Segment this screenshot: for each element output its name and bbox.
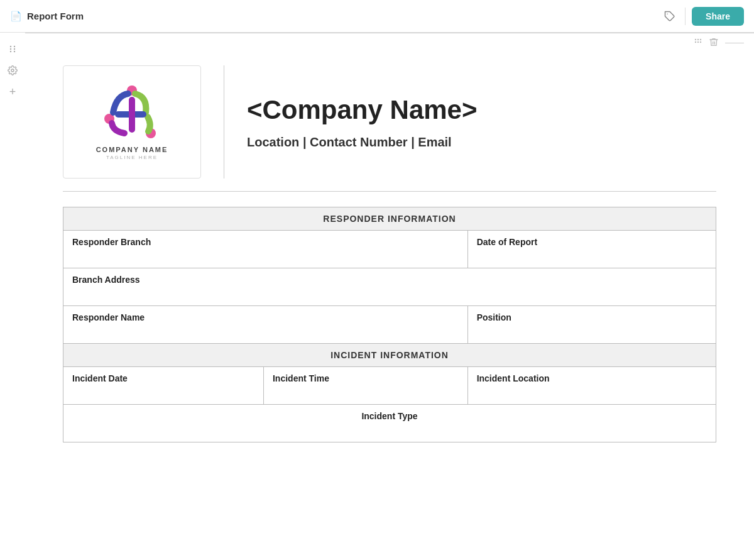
main-area: +	[0, 33, 754, 468]
svg-point-10	[700, 39, 701, 40]
report-table: RESPONDER INFORMATION Responder Branch D…	[63, 207, 716, 442]
svg-point-8	[695, 39, 696, 40]
incident-type-label: Incident Type	[361, 411, 417, 421]
svg-point-5	[10, 51, 11, 52]
logo-tagline: TAGLINE HERE	[106, 155, 158, 160]
top-rule-short	[725, 43, 744, 43]
logo-company-name: COMPANY NAME	[96, 146, 168, 153]
date-of-report-label: Date of Report	[477, 237, 537, 247]
header-divider	[224, 65, 224, 178]
responder-branch-cell: Responder Branch	[63, 231, 468, 268]
tag-icon[interactable]	[661, 8, 679, 25]
svg-point-12	[697, 41, 699, 43]
add-icon[interactable]: +	[6, 85, 19, 98]
section-header-incident: INCIDENT INFORMATION	[63, 344, 716, 367]
svg-point-11	[695, 41, 696, 43]
share-button[interactable]: Share	[692, 7, 744, 26]
responder-branch-label: Responder Branch	[72, 237, 151, 247]
responder-name-cell: Responder Name	[63, 306, 468, 344]
table-row: Incident Type	[63, 405, 716, 442]
doc-icon: 📄	[10, 11, 22, 22]
position-label: Position	[477, 312, 511, 322]
grid-icon[interactable]	[694, 38, 702, 48]
branch-address-label: Branch Address	[72, 275, 140, 285]
logo-box: COMPANY NAME TAGLINE HERE	[63, 65, 201, 178]
delete-icon[interactable]	[709, 37, 719, 49]
table-row: INCIDENT INFORMATION	[63, 344, 716, 367]
table-row: Responder Name Position	[63, 306, 716, 344]
svg-point-6	[14, 51, 15, 52]
topbar-divider	[685, 8, 686, 25]
svg-point-9	[697, 39, 699, 40]
table-row: RESPONDER INFORMATION	[63, 207, 716, 231]
canvas: COMPANY NAME TAGLINE HERE <Company Name>…	[25, 33, 754, 468]
svg-point-2	[14, 46, 15, 47]
company-name-heading: <Company Name>	[247, 95, 716, 125]
topbar: 📄 Report Form Share	[0, 0, 754, 33]
incident-time-label: Incident Time	[273, 373, 329, 383]
bottom-header-divider	[63, 191, 716, 192]
date-of-report-cell: Date of Report	[467, 231, 716, 268]
svg-point-13	[700, 41, 701, 43]
svg-point-1	[10, 46, 11, 47]
svg-point-7	[11, 69, 14, 72]
table-row: Incident Date Incident Time Incident Loc…	[63, 367, 716, 405]
svg-point-3	[10, 48, 11, 50]
left-tools: +	[0, 33, 25, 468]
table-row: Responder Branch Date of Report	[63, 231, 716, 268]
topbar-left: 📄 Report Form	[10, 11, 84, 22]
incident-location-cell: Incident Location	[467, 367, 716, 405]
header-section: COMPANY NAME TAGLINE HERE <Company Name>…	[25, 53, 754, 191]
position-cell: Position	[467, 306, 716, 344]
section-header-responder: RESPONDER INFORMATION	[63, 207, 716, 231]
table-row: Branch Address	[63, 268, 716, 306]
incident-date-cell: Incident Date	[63, 367, 264, 405]
topbar-title: Report Form	[27, 11, 84, 21]
responder-name-label: Responder Name	[72, 312, 145, 322]
settings-icon[interactable]	[6, 64, 19, 77]
drag-handle-icon[interactable]	[6, 43, 19, 55]
incident-time-cell: Incident Time	[263, 367, 467, 405]
incident-location-label: Incident Location	[477, 373, 550, 383]
company-info: Location | Contact Number | Email	[247, 135, 716, 150]
header-text: <Company Name> Location | Contact Number…	[247, 65, 716, 178]
logo-image	[101, 84, 163, 141]
incident-type-cell: Incident Type	[63, 405, 716, 442]
branch-address-cell: Branch Address	[63, 268, 716, 306]
svg-point-4	[14, 48, 15, 50]
incident-date-label: Incident Date	[72, 373, 128, 383]
topbar-right: Share	[661, 7, 744, 26]
top-tool-row	[25, 33, 754, 53]
